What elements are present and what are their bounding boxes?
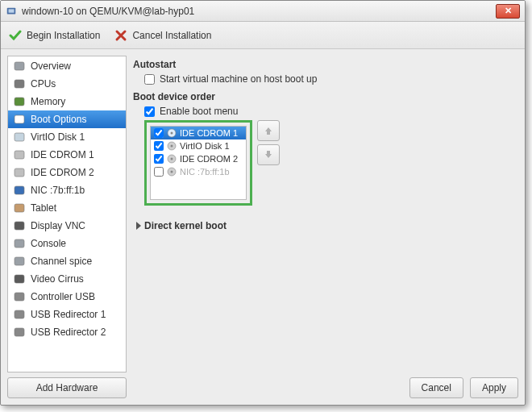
boot-device-item[interactable]: IDE CDROM 1 [151,127,246,139]
svg-point-21 [171,145,173,148]
cancel-installation-button[interactable]: Cancel Installation [114,29,211,42]
sidebar-item-label: Display VNC [31,220,85,231]
reorder-buttons [257,120,280,165]
sidebar-item-label: Channel spice [31,256,92,267]
svg-rect-6 [15,133,24,141]
sidebar-item-label: IDE CDROM 1 [31,149,94,160]
svg-rect-5 [15,115,24,123]
sidebar-item-virtio-disk-1[interactable]: VirtIO Disk 1 [8,128,126,146]
svg-rect-16 [15,310,24,318]
svg-rect-7 [15,151,24,159]
enable-boot-menu-checkbox[interactable] [144,106,155,117]
enable-boot-menu-row[interactable]: Enable boot menu [144,106,518,117]
arrow-down-icon [264,150,273,160]
window-title: windown-10 on QEMU/KVM@lab-hyp01 [22,6,194,17]
sidebar-item-label: CPUs [31,78,56,89]
sidebar-item-label: Boot Options [31,114,86,125]
boot-device-label: VirtIO Disk 1 [180,141,230,151]
boot-order-area: IDE CDROM 1VirtIO Disk 1IDE CDROM 2NIC :… [144,120,518,206]
svg-rect-9 [15,186,24,194]
sidebar-item-overview[interactable]: Overview [8,57,126,75]
boot-device-label: IDE CDROM 2 [180,154,238,164]
direct-kernel-expander[interactable]: Direct kernel boot [136,220,518,231]
sidebar-item-icon [13,219,26,232]
sidebar-item-memory[interactable]: Memory [8,93,126,110]
sidebar-item-cpus[interactable]: CPUs [8,75,126,93]
svg-rect-12 [15,239,24,248]
sidebar-item-icon [13,148,26,161]
autostart-label: Start virtual machine on host boot up [160,73,317,85]
boot-device-list[interactable]: IDE CDROM 1VirtIO Disk 1IDE CDROM 2NIC :… [150,126,247,200]
titlebar[interactable]: windown-10 on QEMU/KVM@lab-hyp01 ✕ [1,1,525,22]
move-up-button[interactable] [257,120,280,141]
boot-device-item[interactable]: IDE CDROM 2 [151,152,246,165]
sidebar-item-boot-options[interactable]: Boot Options [8,110,126,128]
sidebar-item-icon [13,326,26,339]
hardware-sidebar[interactable]: OverviewCPUsMemoryBoot OptionsVirtIO Dis… [7,56,127,372]
sidebar-item-ide-cdrom-1[interactable]: IDE CDROM 1 [8,146,126,164]
sidebar-item-label: Console [31,238,66,249]
close-icon: ✕ [505,6,512,15]
boot-device-checkbox[interactable] [154,154,164,164]
autostart-heading: Autostart [133,59,518,70]
cancel-installation-label: Cancel Installation [132,30,211,41]
boot-device-item[interactable]: NIC :7b:ff:1b [151,165,246,178]
svg-point-23 [171,158,173,160]
sidebar-item-label: Overview [31,60,71,72]
sidebar-item-icon [13,202,26,214]
boot-device-checkbox[interactable] [154,128,164,138]
sidebar-item-icon [13,308,26,321]
sidebar-item-tablet[interactable]: Tablet [8,199,126,217]
boot-order-heading: Boot device order [133,91,518,102]
vm-settings-window: windown-10 on QEMU/KVM@lab-hyp01 ✕ Begin… [0,0,526,406]
sidebar-item-icon [13,237,26,250]
sidebar-item-label: Video Cirrus [31,273,84,285]
sidebar-item-console[interactable]: Console [8,235,126,252]
boot-device-item[interactable]: VirtIO Disk 1 [151,139,246,152]
svg-rect-14 [15,275,24,283]
svg-rect-3 [15,80,24,88]
autostart-checkbox-row[interactable]: Start virtual machine on host boot up [144,73,518,85]
sidebar-item-nic-7b-ff-1b[interactable]: NIC :7b:ff:1b [8,181,126,199]
expander-arrow-icon [136,222,141,230]
boot-device-checkbox[interactable] [154,141,164,151]
sidebar-item-controller-usb[interactable]: Controller USB [8,288,126,306]
sidebar-item-display-vnc[interactable]: Display VNC [8,217,126,235]
sidebar-item-ide-cdrom-2[interactable]: IDE CDROM 2 [8,164,126,181]
svg-point-25 [171,171,173,173]
cancel-icon [114,29,127,42]
toolbar: Begin Installation Cancel Installation [1,22,525,49]
apply-button[interactable]: Apply [470,377,518,398]
check-icon [9,29,22,42]
device-icon [167,141,177,151]
begin-installation-button[interactable]: Begin Installation [9,29,100,42]
sidebar-item-usb-redirector-2[interactable]: USB Redirector 2 [8,323,126,341]
footer: Cancel Apply [133,372,518,398]
app-icon [6,6,17,17]
sidebar-item-label: IDE CDROM 2 [31,167,94,178]
svg-rect-13 [15,257,24,265]
sidebar-item-label: Controller USB [31,291,95,302]
sidebar-item-usb-redirector-1[interactable]: USB Redirector 1 [8,306,126,323]
svg-rect-2 [15,62,24,70]
sidebar-item-icon [13,255,26,268]
sidebar-item-icon [13,95,26,108]
window-close-button[interactable]: ✕ [496,4,520,19]
arrow-up-icon [264,126,273,135]
body: OverviewCPUsMemoryBoot OptionsVirtIO Dis… [1,49,525,405]
svg-point-19 [171,132,173,135]
sidebar-item-video-cirrus[interactable]: Video Cirrus [8,270,126,288]
move-down-button[interactable] [257,144,280,165]
autostart-checkbox[interactable] [144,74,155,85]
sidebar-column: OverviewCPUsMemoryBoot OptionsVirtIO Dis… [7,56,127,398]
cancel-button[interactable]: Cancel [409,377,463,398]
sidebar-item-icon [13,113,26,126]
boot-list-highlight: IDE CDROM 1VirtIO Disk 1IDE CDROM 2NIC :… [144,120,252,206]
add-hardware-button[interactable]: Add Hardware [7,377,127,398]
boot-device-checkbox[interactable] [154,167,164,177]
sidebar-item-icon [13,60,26,73]
sidebar-item-label: Memory [31,96,65,107]
device-icon [167,128,177,138]
svg-rect-10 [15,204,24,212]
sidebar-item-channel-spice[interactable]: Channel spice [8,252,126,270]
